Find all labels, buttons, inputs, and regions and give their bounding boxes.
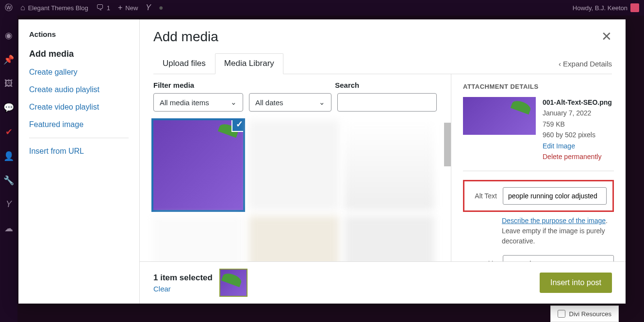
filter-media-select[interactable]: All media items ⌄ xyxy=(153,93,243,112)
site-title: Elegant Themes Blog xyxy=(28,4,88,12)
media-item[interactable] xyxy=(249,216,339,261)
modal-sidebar: Actions Add media Create gallery Create … xyxy=(18,19,140,304)
alt-text-label: Alt Text xyxy=(470,192,497,200)
bg-checkbox-row: Divi Resources xyxy=(550,306,619,322)
media-browser: Filter media Search All media items ⌄ Al… xyxy=(140,74,451,261)
modal-main: Add media ✕ Upload files Media Library ‹… xyxy=(140,19,626,304)
search-label: Search xyxy=(335,81,359,89)
expand-details-link[interactable]: ‹ Expand Details xyxy=(559,60,612,68)
edit-image-link[interactable]: Edit Image xyxy=(543,141,612,151)
divi-resources-checkbox[interactable] xyxy=(558,310,565,318)
dot-icon[interactable]: ● xyxy=(159,3,164,12)
alt-help-text: Describe the purpose of the image. Leave… xyxy=(502,216,614,246)
attachment-details: ATTACHMENT DETAILS 001-Alt-Text-SEO.png … xyxy=(451,74,626,261)
attachment-dimensions: 960 by 502 pixels xyxy=(543,129,612,140)
selected-count: 1 item selected xyxy=(153,273,213,283)
filter-media-label: Filter media xyxy=(153,81,194,89)
clear-selection-link[interactable]: Clear xyxy=(153,285,213,293)
chevron-left-icon: ‹ xyxy=(559,60,561,68)
actions-heading: Actions xyxy=(29,30,129,38)
new-content-link[interactable]: + New xyxy=(118,3,138,12)
media-item[interactable] xyxy=(345,216,434,261)
media-grid xyxy=(153,120,437,261)
check-icon[interactable]: ✔ xyxy=(5,127,13,137)
media-icon[interactable]: 🖼 xyxy=(4,79,13,89)
tab-upload-files[interactable]: Upload files xyxy=(153,53,215,74)
chevron-down-icon: ⌄ xyxy=(231,98,237,107)
home-icon: ⌂ xyxy=(20,3,25,12)
alt-text-input[interactable] xyxy=(503,187,607,205)
scrollbar[interactable] xyxy=(444,123,451,166)
sidebar-add-media[interactable]: Add media xyxy=(29,49,129,59)
tab-media-library[interactable]: Media Library xyxy=(215,53,283,74)
media-item[interactable] xyxy=(249,120,339,210)
howdy-text: Howdy, B.J. Keeton xyxy=(573,4,627,12)
media-item[interactable] xyxy=(345,120,434,210)
attachment-filename: 001-Alt-Text-SEO.png xyxy=(543,97,612,108)
filter-dates-select[interactable]: All dates ⌄ xyxy=(249,93,331,112)
comment-icon: 🗨 xyxy=(96,3,104,12)
footer-selected-thumb[interactable] xyxy=(219,269,248,297)
attachment-size: 759 KB xyxy=(543,119,612,129)
site-home-link[interactable]: ⌂ Elegant Themes Blog xyxy=(20,3,88,12)
sidebar-insert-url[interactable]: Insert from URL xyxy=(29,147,129,156)
new-label: New xyxy=(125,4,138,12)
comments-link[interactable]: 🗨 1 xyxy=(96,3,110,12)
attachment-thumb xyxy=(463,97,536,135)
attachment-date: January 7, 2022 xyxy=(543,108,612,118)
comment-count: 1 xyxy=(107,4,110,12)
tools-icon[interactable]: 🔧 xyxy=(3,175,14,186)
attachment-details-heading: ATTACHMENT DETAILS xyxy=(463,83,614,90)
sidebar-divider xyxy=(29,138,129,138)
insert-into-post-button[interactable]: Insert into post xyxy=(540,273,612,293)
dashboard-icon[interactable]: ◉ xyxy=(5,30,13,41)
sidebar-create-gallery[interactable]: Create gallery xyxy=(29,68,129,77)
media-item-selected[interactable] xyxy=(153,120,243,210)
pin-icon[interactable]: 📌 xyxy=(3,54,14,65)
admin-bar: ⓦ ⌂ Elegant Themes Blog 🗨 1 + New Y ● Ho… xyxy=(0,0,644,16)
add-media-modal: Actions Add media Create gallery Create … xyxy=(18,19,626,304)
wordpress-icon[interactable]: ⓦ xyxy=(5,3,13,13)
chevron-down-icon: ⌄ xyxy=(319,98,325,107)
search-input[interactable] xyxy=(337,93,437,112)
close-button[interactable]: ✕ xyxy=(601,29,612,44)
modal-title: Add media xyxy=(153,29,218,45)
cloud-icon[interactable]: ☁ xyxy=(4,223,13,234)
divi-resources-label: Divi Resources xyxy=(569,310,611,318)
sidebar-create-video[interactable]: Create video playlist xyxy=(29,103,129,112)
sidebar-create-audio[interactable]: Create audio playlist xyxy=(29,85,129,94)
users-icon[interactable]: 👤 xyxy=(3,151,14,161)
tabs: Upload files Media Library xyxy=(153,53,283,74)
media-item[interactable] xyxy=(153,216,243,261)
avatar xyxy=(630,3,639,12)
admin-menu: ◉ 📌 🖼 💬 ✔ 👤 🔧 Y ☁ xyxy=(0,16,17,322)
yoast-icon[interactable]: Y xyxy=(146,3,151,12)
plus-icon: + xyxy=(118,3,122,12)
title-input[interactable] xyxy=(503,255,614,261)
sidebar-featured-image[interactable]: Featured image xyxy=(29,120,129,129)
alt-text-row-highlighted: Alt Text xyxy=(463,180,614,212)
describe-image-link[interactable]: Describe the purpose of the image xyxy=(502,217,606,225)
comments-menu-icon[interactable]: 💬 xyxy=(3,102,14,113)
howdy-link[interactable]: Howdy, B.J. Keeton xyxy=(573,3,639,12)
modal-footer: 1 item selected Clear Insert into post xyxy=(140,261,626,304)
delete-permanently-link[interactable]: Delete permanently xyxy=(543,151,612,162)
yoast-menu-icon[interactable]: Y xyxy=(6,199,12,209)
